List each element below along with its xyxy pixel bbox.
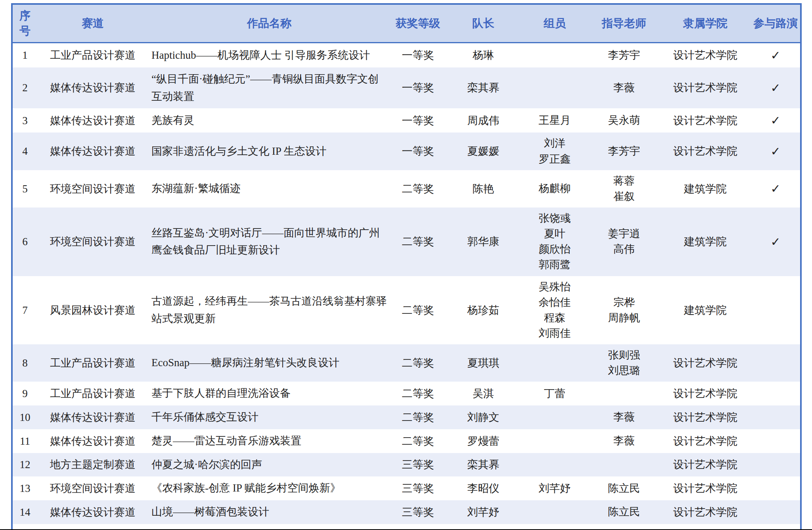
cell-title: 山境——树莓酒包装设计 [148,500,390,524]
cell-track: 工业产品设计赛道 [37,344,148,382]
cell-award: 三等奖 [390,476,446,500]
cell-no: 14 [12,500,37,524]
cell-title: 楚灵——雷达互动音乐游戏装置 [148,429,390,453]
cell-leader: 李昭仪 [446,476,521,500]
cell-advisors: 宗桦周静帆 [588,276,660,345]
cell-college: 建筑学院 [660,207,751,276]
cell-title: 千年乐俑体感交互设计 [148,405,390,429]
cell-no: 3 [12,108,37,132]
cell-title: 仲夏之城·哈尔滨的回声 [148,453,390,477]
cell-roadshow-check: ✓ [751,67,801,108]
cell-no: 4 [12,132,37,170]
table-row: 12 地方主题定制赛道 仲夏之城·哈尔滨的回声 三等奖 栾其奡 设计艺术学院 [12,453,801,477]
col-header-track: 赛道 [37,4,148,43]
col-header-roadshow: 参与路演 [751,4,801,43]
cell-advisors [588,382,660,405]
cell-track: 环境空间设计赛道 [37,170,148,207]
col-header-title: 作品名称 [148,4,390,43]
cell-members: 刘洋罗正鑫 [521,132,588,170]
cell-members [521,453,588,477]
cell-no: 13 [12,476,37,500]
cell-leader: 栾其奡 [446,453,521,477]
table-row: 13 环境空间设计赛道 《农科家族-创意 IP 赋能乡村空间焕新》 三等奖 李昭… [12,476,801,500]
cell-title: EcoSnap——糖尿病注射笔针头改良设计 [148,344,390,382]
table-row: 3 媒体传达设计赛道 羌族有灵 一等奖 周成伟 王星月 吴永萌 设计艺术学院 ✓ [12,108,801,132]
cell-award: 三等奖 [390,500,446,524]
cell-leader: 罗熳蕾 [446,429,521,453]
cell-roadshow-check: ✓ [751,170,801,207]
cell-college: 设计艺术学院 [660,344,751,382]
cell-track: 风景园林设计赛道 [37,276,148,345]
cell-leader: 杨珍茹 [446,276,521,345]
cell-award: 三等奖 [390,453,446,477]
cell-leader: 郭华康 [446,207,521,276]
cell-college: 设计艺术学院 [660,43,751,68]
col-header-advisors: 指导老师 [588,4,660,43]
cell-leader: 夏琪琪 [446,344,521,382]
cell-no: 8 [12,344,37,382]
cell-members: 王星月 [521,108,588,132]
cell-award: 二等奖 [390,405,446,429]
cell-title: 基于下肢人群的自理洗浴设备 [148,382,390,405]
cell-track: 媒体传达设计赛道 [37,108,148,132]
cell-advisors: 蒋蓉崔叙 [588,170,660,207]
cell-title: 东湖蕴新·繁城循迹 [148,170,390,207]
cell-college: 设计艺术学院 [660,108,751,132]
cell-advisors: 姜宇逍高伟 [588,207,660,276]
cell-roadshow-check: ✓ [751,132,801,170]
cell-roadshow-check: ✓ [751,207,801,276]
cell-title: 古道源起，经纬再生——茶马古道沿线翁基村寨驿站式景观更新 [148,276,390,345]
awards-table: 序号 赛道 作品名称 获奖等级 队长 组员 指导老师 隶属学院 参与路演 1 工… [11,3,802,530]
cell-title: 丝路互鉴岛·文明对话厅——面向世界城市的广州鹰金钱食品厂旧址更新设计 [148,207,390,276]
cell-leader: 杨琳 [446,43,521,68]
cell-award: 二等奖 [390,276,446,345]
page: 序号 赛道 作品名称 获奖等级 队长 组员 指导老师 隶属学院 参与路演 1 工… [0,3,812,530]
cell-college: 建筑学院 [660,276,751,345]
cell-members: 刘芊妤 [521,476,588,500]
cell-advisors: 李薇 [588,429,660,453]
cell-advisors: 李芳宇 [588,132,660,170]
cell-members: 丁蕾 [521,382,588,405]
cell-college: 设计艺术学院 [660,476,751,500]
table-row: 2 媒体传达设计赛道 “纵目千面·碰触纪元”——青铜纵目面具数字文创互动装置 一… [12,67,801,108]
cell-award: 二等奖 [390,207,446,276]
table-row: 7 风景园林设计赛道 古道源起，经纬再生——茶马古道沿线翁基村寨驿站式景观更新 … [12,276,801,345]
cell-leader: 刘静文 [446,405,521,429]
cell-track: 媒体传达设计赛道 [37,67,148,108]
cell-leader: 夏媛媛 [446,132,521,170]
cell-award: 一等奖 [390,132,446,170]
cell-roadshow-check: ✓ [751,108,801,132]
cell-advisors: 李薇 [588,405,660,429]
cell-track: 媒体传达设计赛道 [37,429,148,453]
cell-college: 设计艺术学院 [660,67,751,108]
cell-college: 建筑学院 [660,170,751,207]
cell-title: Haptichub——机场视障人士 引导服务系统设计 [148,43,390,68]
cell-track: 媒体传达设计赛道 [37,500,148,524]
table-body: 1 工业产品设计赛道 Haptichub——机场视障人士 引导服务系统设计 一等… [12,43,801,530]
cell-roadshow-check [751,276,801,345]
cell-roadshow-check [751,453,801,477]
col-header-award: 获奖等级 [390,4,446,43]
cell-leader: 吴淇 [446,382,521,405]
cell-award: 二等奖 [390,344,446,382]
table-row: 4 媒体传达设计赛道 国家非遗活化与乡土文化 IP 生态设计 一等奖 夏媛媛 刘… [12,132,801,170]
table-row: 9 工业产品设计赛道 基于下肢人群的自理洗浴设备 二等奖 吴淇 丁蕾 设计艺术学… [12,382,801,405]
cell-no: 9 [12,382,37,405]
cell-advisors: 李薇 [588,67,660,108]
cell-college: 设计艺术学院 [660,429,751,453]
cell-roadshow-check [751,344,801,382]
cell-leader: 刘芊妤 [446,500,521,524]
cell-members [521,429,588,453]
cell-award: 二等奖 [390,429,446,453]
table-row: 14 媒体传达设计赛道 山境——树莓酒包装设计 三等奖 刘芊妤 陈立民 设计艺术… [12,500,801,524]
cell-advisors: 李芳宇 [588,43,660,68]
cell-college: 设计艺术学院 [660,453,751,477]
cell-college: 设计艺术学院 [660,500,751,524]
cell-no: 6 [12,207,37,276]
cell-title: “纵目千面·碰触纪元”——青铜纵目面具数字文创互动装置 [148,67,390,108]
cell-title: 羌族有灵 [148,108,390,132]
table-row: 10 媒体传达设计赛道 千年乐俑体感交互设计 二等奖 刘静文 李薇 设计艺术学院 [12,405,801,429]
cell-members [521,344,588,382]
cell-no: 5 [12,170,37,207]
cell-members [521,43,588,68]
